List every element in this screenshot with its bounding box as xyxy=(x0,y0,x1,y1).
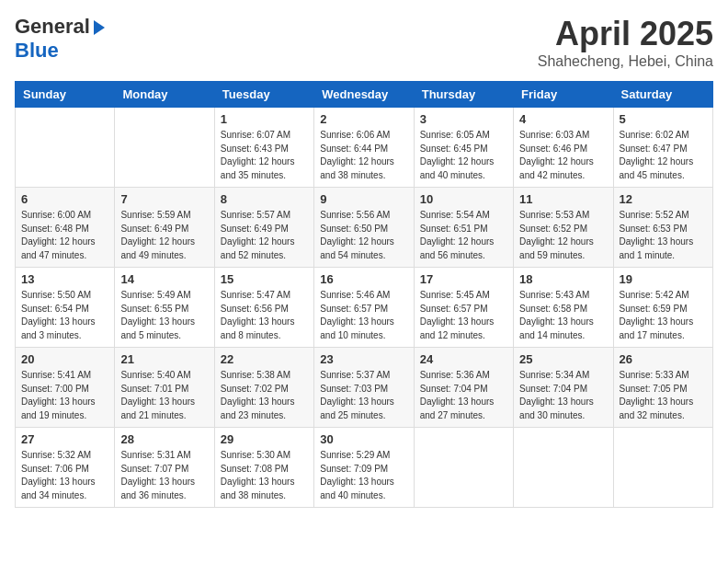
day-info: Sunrise: 5:47 AM Sunset: 6:56 PM Dayligh… xyxy=(221,289,308,342)
day-info: Sunrise: 5:59 AM Sunset: 6:49 PM Dayligh… xyxy=(120,209,208,262)
day-number: 30 xyxy=(320,432,407,446)
day-info: Sunrise: 5:40 AM Sunset: 7:01 PM Dayligh… xyxy=(120,369,208,422)
calendar-cell: 7Sunrise: 5:59 AM Sunset: 6:49 PM Daylig… xyxy=(115,188,214,268)
day-number: 24 xyxy=(420,352,507,366)
day-info: Sunrise: 5:46 AM Sunset: 6:57 PM Dayligh… xyxy=(320,289,407,342)
calendar-cell: 12Sunrise: 5:52 AM Sunset: 6:53 PM Dayli… xyxy=(613,188,712,268)
day-number: 9 xyxy=(320,192,407,206)
day-info: Sunrise: 5:32 AM Sunset: 7:06 PM Dayligh… xyxy=(21,449,108,502)
day-info: Sunrise: 5:42 AM Sunset: 6:59 PM Dayligh… xyxy=(620,289,707,342)
day-info: Sunrise: 5:43 AM Sunset: 6:58 PM Dayligh… xyxy=(519,289,607,342)
day-number: 16 xyxy=(320,272,407,286)
day-info: Sunrise: 6:06 AM Sunset: 6:44 PM Dayligh… xyxy=(320,129,407,182)
day-number: 13 xyxy=(21,272,108,286)
title-section: April 2025 Shahecheng, Hebei, China xyxy=(538,15,713,70)
week-row-4: 20Sunrise: 5:41 AM Sunset: 7:00 PM Dayli… xyxy=(16,348,713,428)
day-info: Sunrise: 5:41 AM Sunset: 7:00 PM Dayligh… xyxy=(21,369,108,422)
calendar-cell: 13Sunrise: 5:50 AM Sunset: 6:54 PM Dayli… xyxy=(16,268,115,348)
calendar-table: SundayMondayTuesdayWednesdayThursdayFrid… xyxy=(15,81,713,508)
calendar-cell: 2Sunrise: 6:06 AM Sunset: 6:44 PM Daylig… xyxy=(314,108,414,188)
month-title: April 2025 xyxy=(538,15,713,53)
page-header: General Blue April 2025 Shahecheng, Hebe… xyxy=(15,15,713,70)
day-info: Sunrise: 6:02 AM Sunset: 6:47 PM Dayligh… xyxy=(620,129,707,182)
calendar-cell: 16Sunrise: 5:46 AM Sunset: 6:57 PM Dayli… xyxy=(314,268,414,348)
day-number: 1 xyxy=(221,112,308,126)
day-number: 18 xyxy=(519,272,607,286)
day-number: 7 xyxy=(120,192,208,206)
weekday-header-wednesday: Wednesday xyxy=(314,82,414,108)
week-row-5: 27Sunrise: 5:32 AM Sunset: 7:06 PM Dayli… xyxy=(16,428,713,508)
day-info: Sunrise: 5:31 AM Sunset: 7:07 PM Dayligh… xyxy=(120,449,208,502)
day-number: 2 xyxy=(320,112,407,126)
day-number: 4 xyxy=(519,112,607,126)
calendar-cell xyxy=(16,108,115,188)
calendar-cell: 8Sunrise: 5:57 AM Sunset: 6:49 PM Daylig… xyxy=(214,188,313,268)
calendar-cell: 22Sunrise: 5:38 AM Sunset: 7:02 PM Dayli… xyxy=(214,348,313,428)
day-number: 15 xyxy=(221,272,308,286)
calendar-cell: 9Sunrise: 5:56 AM Sunset: 6:50 PM Daylig… xyxy=(314,188,414,268)
day-info: Sunrise: 6:05 AM Sunset: 6:45 PM Dayligh… xyxy=(420,129,507,182)
day-number: 28 xyxy=(120,432,208,446)
day-info: Sunrise: 6:03 AM Sunset: 6:46 PM Dayligh… xyxy=(519,129,607,182)
calendar-cell: 20Sunrise: 5:41 AM Sunset: 7:00 PM Dayli… xyxy=(16,348,115,428)
day-number: 5 xyxy=(620,112,707,126)
logo-blue: Blue xyxy=(15,39,59,63)
weekday-header-row: SundayMondayTuesdayWednesdayThursdayFrid… xyxy=(16,82,713,108)
day-number: 8 xyxy=(221,192,308,206)
calendar-cell: 4Sunrise: 6:03 AM Sunset: 6:46 PM Daylig… xyxy=(514,108,613,188)
day-info: Sunrise: 6:00 AM Sunset: 6:48 PM Dayligh… xyxy=(21,209,108,262)
day-info: Sunrise: 5:30 AM Sunset: 7:08 PM Dayligh… xyxy=(221,449,308,502)
day-info: Sunrise: 5:49 AM Sunset: 6:55 PM Dayligh… xyxy=(120,289,208,342)
day-number: 25 xyxy=(519,352,607,366)
day-info: Sunrise: 6:07 AM Sunset: 6:43 PM Dayligh… xyxy=(221,129,308,182)
calendar-cell: 19Sunrise: 5:42 AM Sunset: 6:59 PM Dayli… xyxy=(613,268,712,348)
day-number: 23 xyxy=(320,352,407,366)
calendar-cell: 28Sunrise: 5:31 AM Sunset: 7:07 PM Dayli… xyxy=(115,428,214,508)
day-number: 27 xyxy=(21,432,108,446)
week-row-2: 6Sunrise: 6:00 AM Sunset: 6:48 PM Daylig… xyxy=(16,188,713,268)
day-info: Sunrise: 5:37 AM Sunset: 7:03 PM Dayligh… xyxy=(320,369,407,422)
calendar-cell xyxy=(414,428,513,508)
day-info: Sunrise: 5:54 AM Sunset: 6:51 PM Dayligh… xyxy=(420,209,507,262)
day-number: 19 xyxy=(620,272,707,286)
day-number: 17 xyxy=(420,272,507,286)
day-info: Sunrise: 5:34 AM Sunset: 7:04 PM Dayligh… xyxy=(519,369,607,422)
day-info: Sunrise: 5:52 AM Sunset: 6:53 PM Dayligh… xyxy=(620,209,707,262)
day-number: 22 xyxy=(221,352,308,366)
day-info: Sunrise: 5:50 AM Sunset: 6:54 PM Dayligh… xyxy=(21,289,108,342)
calendar-cell: 14Sunrise: 5:49 AM Sunset: 6:55 PM Dayli… xyxy=(115,268,214,348)
week-row-3: 13Sunrise: 5:50 AM Sunset: 6:54 PM Dayli… xyxy=(16,268,713,348)
calendar-cell: 3Sunrise: 6:05 AM Sunset: 6:45 PM Daylig… xyxy=(414,108,513,188)
calendar-cell: 23Sunrise: 5:37 AM Sunset: 7:03 PM Dayli… xyxy=(314,348,414,428)
calendar-cell: 10Sunrise: 5:54 AM Sunset: 6:51 PM Dayli… xyxy=(414,188,513,268)
calendar-cell xyxy=(613,428,712,508)
logo: General Blue xyxy=(15,15,105,63)
calendar-cell: 30Sunrise: 5:29 AM Sunset: 7:09 PM Dayli… xyxy=(314,428,414,508)
calendar-cell: 27Sunrise: 5:32 AM Sunset: 7:06 PM Dayli… xyxy=(16,428,115,508)
day-number: 12 xyxy=(620,192,707,206)
calendar-cell xyxy=(514,428,613,508)
calendar-cell: 25Sunrise: 5:34 AM Sunset: 7:04 PM Dayli… xyxy=(514,348,613,428)
calendar-cell: 18Sunrise: 5:43 AM Sunset: 6:58 PM Dayli… xyxy=(514,268,613,348)
calendar-cell: 21Sunrise: 5:40 AM Sunset: 7:01 PM Dayli… xyxy=(115,348,214,428)
weekday-header-sunday: Sunday xyxy=(16,82,115,108)
logo-arrow-icon xyxy=(94,20,105,35)
calendar-cell: 26Sunrise: 5:33 AM Sunset: 7:05 PM Dayli… xyxy=(613,348,712,428)
day-info: Sunrise: 5:56 AM Sunset: 6:50 PM Dayligh… xyxy=(320,209,407,262)
day-info: Sunrise: 5:36 AM Sunset: 7:04 PM Dayligh… xyxy=(420,369,507,422)
day-info: Sunrise: 5:33 AM Sunset: 7:05 PM Dayligh… xyxy=(620,369,707,422)
day-info: Sunrise: 5:38 AM Sunset: 7:02 PM Dayligh… xyxy=(221,369,308,422)
weekday-header-monday: Monday xyxy=(115,82,214,108)
week-row-1: 1Sunrise: 6:07 AM Sunset: 6:43 PM Daylig… xyxy=(16,108,713,188)
day-info: Sunrise: 5:57 AM Sunset: 6:49 PM Dayligh… xyxy=(221,209,308,262)
calendar-cell xyxy=(115,108,214,188)
day-number: 29 xyxy=(221,432,308,446)
day-number: 26 xyxy=(620,352,707,366)
calendar-cell: 29Sunrise: 5:30 AM Sunset: 7:08 PM Dayli… xyxy=(214,428,313,508)
calendar-cell: 17Sunrise: 5:45 AM Sunset: 6:57 PM Dayli… xyxy=(414,268,513,348)
day-info: Sunrise: 5:29 AM Sunset: 7:09 PM Dayligh… xyxy=(320,449,407,502)
day-number: 11 xyxy=(519,192,607,206)
calendar-cell: 6Sunrise: 6:00 AM Sunset: 6:48 PM Daylig… xyxy=(16,188,115,268)
weekday-header-tuesday: Tuesday xyxy=(214,82,313,108)
weekday-header-friday: Friday xyxy=(514,82,613,108)
